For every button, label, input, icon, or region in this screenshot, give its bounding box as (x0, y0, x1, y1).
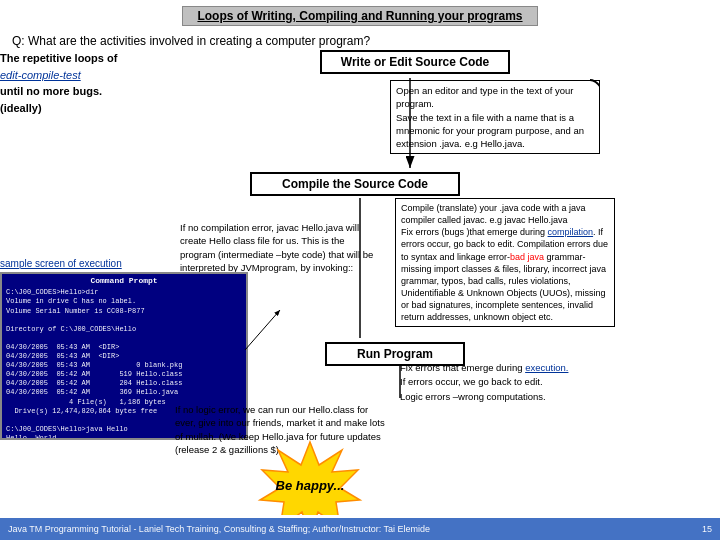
footer-page-num: 15 (702, 524, 712, 534)
svg-text:Be happy...: Be happy... (276, 478, 345, 493)
page-header: Loops of Writing, Compiling and Running … (0, 0, 720, 30)
main-content: Write or Edit Source Code Open an editor… (0, 50, 720, 530)
run-desc-text: Fix errors that emerge during execution.… (400, 362, 568, 402)
compile-box: Compile the Source Code (250, 172, 460, 196)
run-program-box: Run Program (325, 342, 465, 366)
footer-text: Java TM Programming Tutorial - Laniel Te… (8, 524, 430, 534)
starburst-svg: Be happy... (240, 440, 380, 515)
compile-desc-text: Compile (translate) your .java code with… (401, 203, 608, 322)
write-edit-description: Open an editor and type in the text of y… (390, 80, 600, 154)
cmd-title: Command Prompt (6, 276, 242, 286)
write-edit-box: Write or Edit Source Code (320, 50, 510, 74)
svg-line-4 (245, 310, 280, 350)
sample-screen-label: sample screen of execution (0, 258, 122, 269)
header-title: Loops of Writing, Compiling and Running … (182, 6, 537, 26)
be-happy-starburst: Be happy... (240, 440, 380, 515)
question-text: Q: What are the activities involved in c… (0, 30, 720, 50)
loops-text: The repetitive loops of edit-compile-tes… (0, 52, 117, 114)
compile-description: Compile (translate) your .java code with… (395, 198, 615, 327)
write-edit-desc-text: Open an editor and type in the text of y… (396, 85, 584, 149)
page-footer: Java TM Programming Tutorial - Laniel Te… (0, 518, 720, 540)
left-panel: The repetitive loops of edit-compile-tes… (0, 50, 165, 116)
